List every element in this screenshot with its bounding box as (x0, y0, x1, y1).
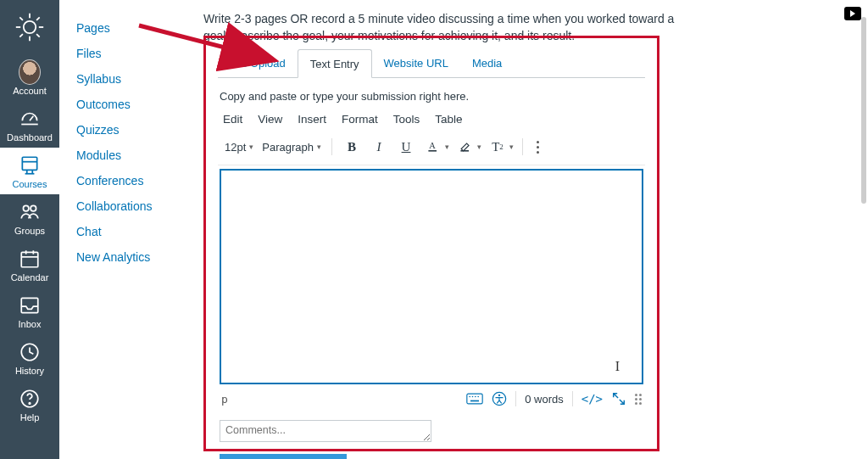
dashboard-icon (19, 108, 41, 130)
course-nav-syllabus[interactable]: Syllabus (73, 66, 183, 92)
menu-tools[interactable]: Tools (393, 113, 420, 126)
accessibility-icon (492, 391, 507, 406)
svg-line-7 (36, 17, 40, 20)
compass-icon (14, 12, 45, 42)
course-nav-new-analytics[interactable]: New Analytics (73, 244, 183, 270)
text-color-button[interactable]: A ▾ (422, 136, 449, 158)
divider (515, 391, 516, 406)
global-navigation: Account Dashboard Courses Groups Calenda… (0, 0, 59, 459)
highlight-icon (459, 140, 472, 154)
submit-assignment-button[interactable] (220, 454, 347, 459)
nav-label: Calendar (11, 272, 49, 283)
expand-icon (611, 391, 626, 406)
svg-point-16 (23, 205, 29, 211)
more-toolbar-button[interactable] (531, 141, 544, 154)
groups-icon (19, 201, 41, 223)
chevron-down-icon: ▾ (509, 143, 514, 151)
tab-media[interactable]: Media (460, 49, 514, 78)
nav-help[interactable]: Help (0, 381, 59, 428)
video-play-badge[interactable] (844, 7, 861, 20)
tab-text-entry[interactable]: Text Entry (298, 49, 372, 78)
menu-view[interactable]: View (258, 113, 282, 126)
history-icon (19, 341, 41, 363)
nav-dashboard[interactable]: Dashboard (0, 101, 59, 148)
nav-calendar[interactable]: Calendar (0, 241, 59, 288)
font-size-select[interactable]: 12pt▾ (223, 139, 255, 155)
nav-inbox[interactable]: Inbox (0, 288, 59, 334)
keyboard-icon (466, 393, 483, 405)
svg-rect-27 (428, 150, 437, 152)
nav-label: Groups (14, 226, 45, 236)
course-nav-outcomes[interactable]: Outcomes (73, 92, 183, 117)
help-icon (19, 388, 41, 410)
course-nav-conferences[interactable]: Conferences (73, 168, 183, 193)
underline-button[interactable]: U (395, 136, 417, 158)
fullscreen-button[interactable] (611, 391, 626, 406)
submission-tabs: File Upload Text Entry Website URL Media (218, 48, 645, 78)
nav-courses[interactable]: Courses (0, 148, 59, 194)
chevron-down-icon: ▾ (317, 143, 321, 151)
element-path[interactable]: p (221, 393, 228, 406)
menu-insert[interactable]: Insert (298, 113, 326, 126)
toolbar-divider (331, 138, 332, 155)
course-nav-quizzes[interactable]: Quizzes (73, 117, 183, 143)
nav-label: Account (13, 86, 47, 96)
course-navigation: Pages Files Syllabus Outcomes Quizzes Mo… (73, 0, 183, 270)
course-nav-modules[interactable]: Modules (73, 143, 183, 168)
tab-website-url[interactable]: Website URL (372, 49, 460, 78)
page-scrollbar[interactable] (861, 17, 866, 204)
svg-point-36 (498, 395, 500, 396)
course-nav-files[interactable]: Files (73, 41, 183, 66)
svg-point-31 (472, 396, 474, 398)
svg-point-0 (24, 21, 36, 33)
submit-row (220, 453, 643, 459)
comments-input[interactable] (220, 420, 431, 442)
course-nav-collaborations[interactable]: Collaborations (73, 193, 183, 219)
menu-edit[interactable]: Edit (223, 113, 242, 126)
canvas-logo[interactable] (0, 0, 59, 54)
svg-point-25 (29, 403, 31, 405)
text-color-icon: A (426, 140, 440, 154)
italic-button[interactable]: I (368, 136, 390, 158)
bold-button[interactable]: B (341, 136, 363, 158)
svg-text:A: A (429, 141, 436, 150)
svg-point-17 (31, 205, 36, 211)
nav-label: Inbox (19, 319, 42, 329)
keyboard-shortcuts-button[interactable] (466, 393, 483, 405)
rich-text-editor[interactable]: I (220, 169, 643, 384)
chevron-down-icon: ▾ (477, 143, 481, 151)
text-cursor-icon: I (615, 359, 620, 374)
svg-rect-22 (21, 298, 38, 312)
svg-line-6 (36, 34, 40, 37)
svg-rect-11 (22, 157, 36, 170)
editor-statusbar: p 0 words </> (218, 384, 645, 415)
menu-format[interactable]: Format (342, 113, 378, 126)
svg-rect-18 (21, 252, 38, 266)
nav-label: History (15, 366, 44, 376)
course-nav-chat[interactable]: Chat (73, 219, 183, 244)
svg-rect-34 (470, 400, 479, 402)
resize-handle[interactable] (635, 394, 642, 405)
svg-rect-28 (460, 150, 469, 152)
svg-line-8 (19, 34, 23, 37)
editor-menubar: Edit View Insert Format Tools Table (218, 113, 645, 132)
chevron-down-icon: ▾ (249, 143, 253, 151)
nav-groups[interactable]: Groups (0, 194, 59, 241)
menu-table[interactable]: Table (435, 113, 462, 126)
tab-file-upload[interactable]: File Upload (218, 49, 298, 78)
nav-history[interactable]: History (0, 334, 59, 381)
word-count[interactable]: 0 words (525, 393, 564, 406)
block-format-select[interactable]: Paragraph▾ (260, 139, 323, 155)
comments-field-wrapper (220, 420, 643, 445)
annotation-highlight-box: File Upload Text Entry Website URL Media… (203, 36, 659, 451)
svg-point-33 (478, 396, 480, 398)
svg-line-9 (30, 116, 33, 120)
superscript-button[interactable]: T2 ▾ (487, 136, 514, 158)
accessibility-checker-button[interactable] (492, 391, 507, 406)
nav-account[interactable]: Account (0, 54, 59, 101)
course-nav-pages[interactable]: Pages (73, 15, 183, 41)
nav-label: Help (20, 412, 40, 423)
html-editor-button[interactable]: </> (581, 392, 603, 406)
highlight-color-button[interactable]: ▾ (454, 136, 481, 158)
svg-rect-29 (467, 394, 482, 404)
